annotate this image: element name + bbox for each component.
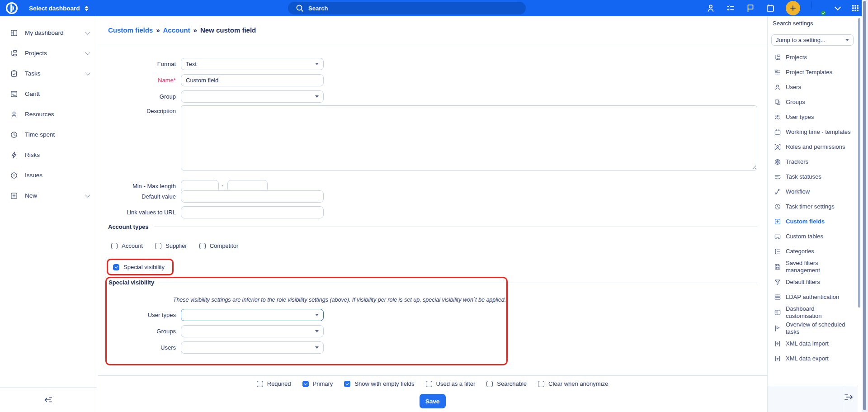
setting-item-task-statuses[interactable]: Task statuses (768, 169, 854, 184)
sidebar-item-resources[interactable]: Resources (0, 104, 97, 124)
option-searchable[interactable]: Searchable (486, 380, 527, 387)
setting-item-projects[interactable]: Projects (768, 50, 854, 65)
checkbox[interactable] (426, 381, 432, 387)
groups-label: Groups (108, 328, 176, 335)
checklist-icon[interactable] (726, 4, 735, 13)
checkbox[interactable] (344, 381, 350, 387)
setting-label: Custom fields (786, 218, 825, 225)
app-logo-icon[interactable] (5, 1, 19, 15)
option-show-with-empty-fields[interactable]: Show with empty fields (344, 380, 414, 387)
user-types-select[interactable] (181, 309, 324, 321)
description-textarea[interactable] (181, 105, 757, 170)
select-dashboard-chevrons-icon (85, 6, 89, 11)
tasks-icon (10, 70, 18, 78)
setting-item-ldap-authentication[interactable]: LDAP authentication (768, 289, 854, 304)
default-value-input[interactable] (181, 190, 324, 203)
special-visibility-checkbox-item[interactable]: Special visibility (113, 264, 165, 270)
setting-item-xml-data-export[interactable]: XML data export (768, 351, 854, 366)
setting-item-saved-filters-management[interactable]: Saved filters management (768, 259, 854, 275)
option-clear-when-anonymize[interactable]: Clear when anonymize (538, 380, 608, 387)
option-required[interactable]: Required (257, 380, 291, 387)
users-select[interactable] (181, 341, 324, 354)
setting-item-roles-permissions[interactable]: Roles and permissions (768, 139, 854, 154)
person-icon (774, 84, 781, 91)
setting-item-custom-tables[interactable]: Custom tables (768, 229, 854, 244)
sidebar-item-time-spent[interactable]: Time spent (0, 124, 97, 145)
setting-item-users[interactable]: Users (768, 80, 854, 95)
option-primary[interactable]: Primary (302, 380, 333, 387)
jump-to-setting-select[interactable]: Jump to a setting... (771, 34, 854, 46)
save-button[interactable]: Save (420, 394, 446, 408)
sidebar-item-new[interactable]: New (0, 185, 97, 206)
two-people-icon (774, 114, 781, 121)
chevron-down-icon[interactable] (85, 70, 90, 75)
checkbox[interactable] (257, 381, 263, 387)
setting-item-task-timer-settings[interactable]: Task timer settings (768, 199, 854, 214)
group-select[interactable] (181, 90, 324, 103)
breadcrumb-current: New custom field (200, 26, 256, 34)
account-menu-chevron-icon[interactable] (835, 4, 841, 10)
sidebar-scrollbar[interactable] (858, 18, 860, 308)
account-type-account[interactable]: Account (111, 242, 143, 249)
checkbox[interactable] (155, 243, 161, 249)
setting-item-custom-fields[interactable]: Custom fields (768, 214, 854, 229)
option-used-as-filter[interactable]: Used as a filter (426, 380, 476, 387)
checkbox[interactable] (486, 381, 493, 387)
sidebar-item-my-dashboard[interactable]: My dashboard (0, 23, 97, 43)
setting-item-project-templates[interactable]: Project Templates (768, 65, 854, 80)
calendar-icon[interactable] (766, 4, 775, 13)
checkbox[interactable] (538, 381, 544, 387)
sidebar-item-issues[interactable]: Issues (0, 165, 97, 185)
breadcrumb-link-custom-fields[interactable]: Custom fields (108, 26, 153, 34)
checkbox-label: Searchable (497, 380, 527, 387)
account-type-supplier[interactable]: Supplier (155, 242, 187, 249)
global-search-input[interactable]: Search (288, 2, 526, 14)
setting-item-trackers[interactable]: Trackers (768, 154, 854, 169)
checkbox[interactable] (199, 243, 206, 249)
settings-sidebar: Search settings Jump to a setting... Pro… (767, 16, 858, 412)
sidebar-item-risks[interactable]: Risks (0, 145, 97, 165)
flag-icon[interactable] (746, 4, 755, 13)
chevron-down-icon[interactable] (85, 29, 90, 34)
link-values-input[interactable] (181, 206, 324, 218)
chevron-down-icon[interactable] (85, 192, 90, 197)
sidebar-item-tasks[interactable]: Tasks (0, 63, 97, 84)
groups-select[interactable] (181, 325, 324, 337)
format-select[interactable]: Text (181, 58, 324, 70)
users-label: Users (108, 344, 176, 351)
plus-icon (789, 4, 797, 12)
account-type-competitor[interactable]: Competitor (199, 242, 239, 249)
sidebar-item-gantt[interactable]: Gantt (0, 84, 97, 104)
setting-item-groups[interactable]: Groups (768, 95, 854, 109)
online-status-badge (821, 10, 826, 16)
sidebar-item-projects[interactable]: Projects (0, 43, 97, 63)
setting-item-default-filters[interactable]: Default filters (768, 275, 854, 289)
setting-item-working-time-templates[interactable]: Working time - templates (768, 124, 854, 139)
user-avatar[interactable] (811, 1, 825, 15)
checkbox[interactable] (302, 381, 309, 387)
breadcrumb-link-account[interactable]: Account (163, 26, 190, 34)
setting-label: Projects (786, 54, 807, 61)
quick-add-button[interactable] (786, 1, 800, 15)
setting-item-xml-data-import[interactable]: XML data import (768, 336, 854, 351)
setting-item-workflow[interactable]: Workflow (768, 184, 854, 199)
chevron-down-icon[interactable] (85, 50, 90, 55)
select-dashboard-button[interactable]: Select dashboard (29, 0, 89, 16)
page-scrollbar-thumb[interactable] (863, 1, 866, 410)
checkbox[interactable] (113, 264, 119, 270)
resize-handle[interactable] (751, 165, 756, 169)
setting-item-categories[interactable]: Categories (768, 244, 854, 259)
checkbox-label: Primary (313, 380, 333, 387)
sidebar-label: New (25, 192, 79, 199)
setting-label: XML data export (786, 355, 829, 362)
clock-icon (10, 131, 18, 139)
setting-item-user-types[interactable]: User types (768, 109, 854, 124)
people-icon[interactable] (706, 4, 715, 13)
setting-item-overview-scheduled-tasks[interactable]: Overview of scheduled tasks (768, 320, 854, 336)
apps-grid-icon[interactable] (851, 4, 860, 13)
setting-item-dashboard-customisation[interactable]: Dashboard customisation (768, 304, 854, 320)
collapse-left-icon[interactable] (43, 395, 53, 405)
collapse-right-icon[interactable] (843, 392, 854, 403)
name-input[interactable]: Custom field (181, 74, 324, 86)
checkbox[interactable] (111, 243, 118, 249)
